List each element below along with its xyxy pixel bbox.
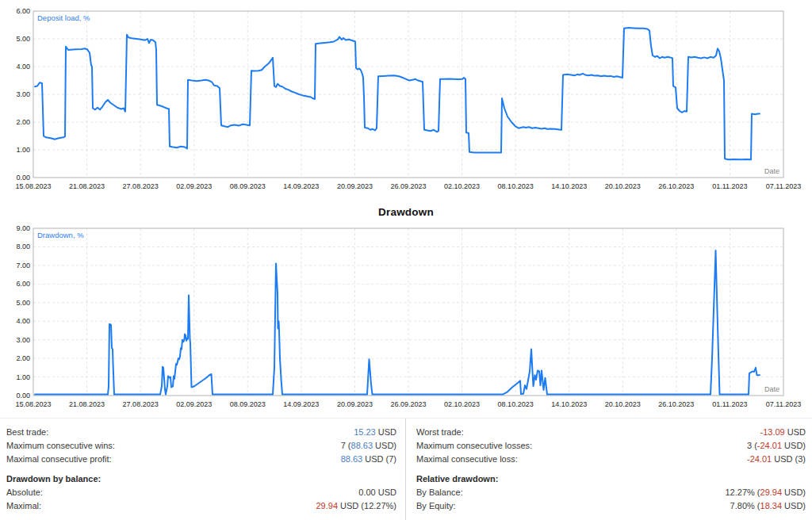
stat-value: 7.80% (18.34 USD) [730,499,806,513]
x-tick-label: 27.08.2023 [123,182,159,190]
y-tick-label: 2.00 [16,118,30,126]
x-tick-label: 27.08.2023 [123,400,159,408]
x-tick-label: 21.08.2023 [69,182,105,190]
stat-label: Absolute: [6,486,43,499]
stat-label: Maximal consecutive loss: [416,453,518,466]
stat-label: Maximum consecutive wins: [6,439,115,453]
x-tick-label: 26.10.2023 [658,182,694,190]
y-tick-label: 4.00 [16,317,30,325]
stat-row: By Balance:12.27% (29.94 USD) [406,486,812,499]
x-tick-label: 02.09.2023 [176,400,212,408]
stat-value: 29.94 USD (12.27%) [316,499,396,513]
y-tick-label: 3.00 [16,90,30,98]
x-tick-label: 20.10.2023 [605,182,641,190]
stat-row: Maximal:29.94 USD (12.27%) [0,499,405,513]
x-axis-title: Date [764,385,779,393]
stat-value: 88.63 USD (7) [341,453,396,466]
stat-label: By Equity: [416,499,456,513]
x-tick-label: 26.09.2023 [390,400,426,408]
x-tick-label: 20.10.2023 [605,400,641,408]
x-tick-label: 26.09.2023 [390,182,426,190]
x-tick-label: 14.10.2023 [551,182,587,190]
stat-label: Best trade: [6,426,48,439]
x-tick-label: 20.09.2023 [337,400,373,408]
x-tick-label: 14.09.2023 [283,182,319,190]
stat-row: By Equity:7.80% (18.34 USD) [406,499,812,513]
x-axis-title: Date [764,167,779,175]
y-tick-label: 7.00 [16,262,30,270]
stat-label: Maximum consecutive losses: [416,439,532,453]
x-tick-label: 08.10.2023 [498,182,534,190]
x-tick-label: 07.11.2023 [766,400,801,408]
stat-value: 0.00 USD [358,486,396,499]
stat-row: Maximum consecutive wins:7 (88.63 USD) [0,439,405,453]
x-tick-label: 02.10.2023 [444,400,480,408]
y-tick-label: 9.00 [16,224,30,232]
drawdown-chart-title: Drawdown [0,206,812,218]
y-tick-label: 5.00 [16,35,30,43]
stat-value: 15.23 USD [354,426,396,439]
stats-right-column: Worst trade:-13.09 USDMaximum consecutiv… [405,419,812,520]
stat-value: 12.27% (29.94 USD) [725,486,806,499]
deposit-load-chart: 6.005.004.003.002.001.000.0015.08.202321… [0,0,812,195]
stat-row: Maximum consecutive losses:3 (-24.01 USD… [406,439,812,453]
x-tick-label: 08.09.2023 [230,182,266,190]
x-tick-label: 01.11.2023 [712,182,747,190]
drawdown-chart: 9.008.007.006.005.004.003.002.001.000.00… [0,224,812,412]
x-tick-label: 07.11.2023 [766,182,801,190]
stat-value: -13.09 USD [760,426,806,439]
y-tick-label: 1.00 [16,373,30,381]
y-tick-label: 0.00 [16,392,30,400]
stat-value: -24.01 USD (3) [747,453,806,466]
x-tick-label: 02.09.2023 [176,182,212,190]
stat-row: Worst trade:-13.09 USD [406,426,812,439]
stats-section-header: Drawdown by balance: [0,472,405,486]
y-tick-label: 3.00 [16,336,30,344]
stats-panel: Best trade:15.23 USDMaximum consecutive … [0,418,812,520]
stats-left-column: Best trade:15.23 USDMaximum consecutive … [0,419,405,520]
y-tick-label: 6.00 [16,280,30,288]
deposit-load-line [35,28,760,159]
x-tick-label: 21.08.2023 [69,400,105,408]
stat-value: 7 (88.63 USD) [341,439,396,453]
y-tick-label: 2.00 [16,354,30,362]
y-tick-label: 4.00 [16,63,30,71]
y-tick-label: 5.00 [16,299,30,307]
stat-row: Maximal consecutive loss:-24.01 USD (3) [406,453,812,466]
y-tick-label: 0.00 [16,174,30,182]
stat-row: Maximal consecutive profit:88.63 USD (7) [0,453,405,466]
series-label: Deposit load, % [37,13,90,22]
series-label: Drawdown, % [37,231,84,239]
strategy-tester-report: 6.005.004.003.002.001.000.0015.08.202321… [0,0,812,520]
stats-section-header: Relative drawdown: [406,472,812,486]
stat-value: 3 (-24.01 USD) [747,439,806,453]
x-tick-label: 01.11.2023 [712,400,747,408]
x-tick-label: 14.09.2023 [283,400,319,408]
x-tick-label: 20.09.2023 [337,182,373,190]
y-tick-label: 6.00 [16,7,30,15]
stat-row: Best trade:15.23 USD [0,426,405,439]
x-tick-label: 15.08.2023 [15,182,51,190]
x-tick-label: 15.08.2023 [15,400,51,408]
stat-label: Maximal consecutive profit: [6,453,112,466]
stat-label: Worst trade: [416,426,464,439]
x-tick-label: 26.10.2023 [658,400,694,408]
stat-row: Absolute:0.00 USD [0,486,405,499]
x-tick-label: 08.09.2023 [230,400,266,408]
stat-label: By Balance: [416,486,463,499]
y-tick-label: 8.00 [16,243,30,250]
x-tick-label: 02.10.2023 [444,182,480,190]
y-tick-label: 1.00 [16,146,30,154]
stat-label: Maximal: [6,499,41,513]
x-tick-label: 14.10.2023 [551,400,587,408]
drawdown-line [35,250,760,395]
x-tick-label: 08.10.2023 [498,400,534,408]
